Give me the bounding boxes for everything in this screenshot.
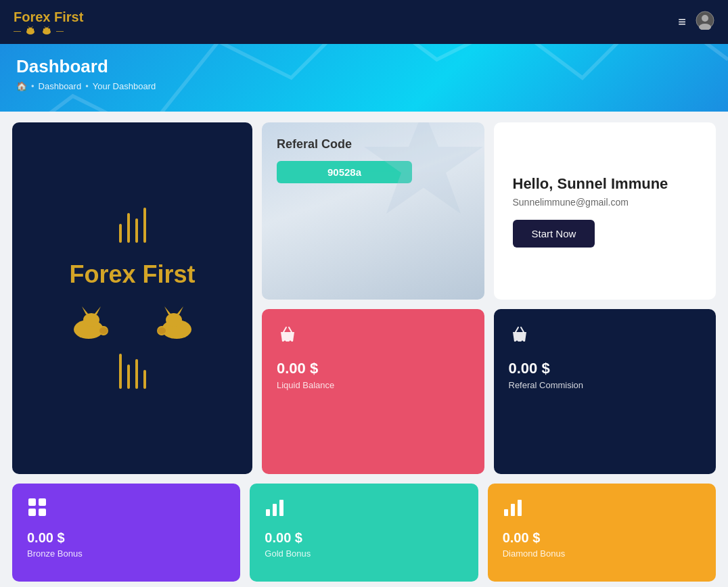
logo-text: Forex First xyxy=(14,9,83,24)
svg-marker-26 xyxy=(177,306,183,314)
svg-rect-7 xyxy=(43,28,45,32)
svg-marker-17 xyxy=(82,306,89,314)
svg-marker-25 xyxy=(164,306,171,314)
basket-icon-red xyxy=(277,324,470,350)
svg-rect-2 xyxy=(32,28,34,32)
hello-email: Sunnelimmune@gmail.com xyxy=(513,197,698,208)
bars-top-decoration xyxy=(119,208,146,243)
banner: Dashboard 🏠 • Dashboard • Your Dashboard xyxy=(0,44,728,112)
bronze-bonus-amount: 0.00 $ xyxy=(27,530,225,546)
bull-left-icon xyxy=(68,301,129,342)
diamond-bonus-label: Diamond Bonus xyxy=(503,548,701,559)
referral-code-box: 90528a xyxy=(277,161,412,183)
cards-grid: Forex First xyxy=(12,122,716,474)
svg-point-3 xyxy=(28,27,32,30)
breadcrumb: 🏠 • Dashboard • Your Dashboard xyxy=(16,81,712,91)
user-avatar-icon xyxy=(696,11,714,30)
liquid-balance-label: Liquid Balance xyxy=(277,380,470,390)
svg-rect-42 xyxy=(504,509,508,516)
svg-marker-5 xyxy=(31,26,33,27)
svg-rect-35 xyxy=(28,498,36,506)
chart-bar-icon-teal xyxy=(265,497,463,522)
svg-point-28 xyxy=(158,327,166,334)
hello-name: Hello, Sunnel Immune xyxy=(513,175,698,193)
svg-rect-40 xyxy=(273,504,277,516)
gold-bonus-label: Gold Bonus xyxy=(265,548,463,559)
svg-rect-29 xyxy=(168,327,173,337)
bull-icon-2 xyxy=(40,26,53,35)
logo-card: Forex First xyxy=(12,122,252,474)
basket-icon-dark xyxy=(509,324,702,350)
bull-icon-1 xyxy=(24,26,37,35)
svg-rect-38 xyxy=(39,509,46,516)
bar-6 xyxy=(127,365,130,389)
bar-8 xyxy=(143,370,146,389)
svg-marker-18 xyxy=(94,306,101,314)
svg-rect-43 xyxy=(511,504,515,516)
referral-commission-label: Referal Commision xyxy=(509,380,702,390)
header-icons: ≡ xyxy=(678,11,714,33)
svg-rect-30 xyxy=(182,327,186,337)
svg-point-16 xyxy=(83,313,99,327)
logo-line1: Forex First xyxy=(69,260,195,289)
svg-point-9 xyxy=(45,27,49,30)
svg-rect-22 xyxy=(93,327,97,337)
gold-bonus-amount: 0.00 $ xyxy=(265,530,463,546)
bar-1 xyxy=(119,224,122,243)
hello-card: Hello, Sunnel Immune Sunnelimmune@gmail.… xyxy=(494,122,716,300)
logo: Forex First — — xyxy=(14,9,83,35)
svg-rect-21 xyxy=(79,327,83,337)
svg-rect-37 xyxy=(28,509,36,516)
svg-point-13 xyxy=(702,15,708,22)
logo-card-title: Forex First xyxy=(69,260,195,289)
svg-rect-44 xyxy=(518,500,522,516)
svg-marker-4 xyxy=(28,26,30,27)
bar-3 xyxy=(135,218,138,243)
stat-cards-row: 0.00 $ Liquid Balance 0.00 $ Referal Com… xyxy=(262,309,716,474)
breadcrumb-home-icon: 🏠 xyxy=(16,81,27,91)
referral-commission-card: 0.00 $ Referal Commision xyxy=(494,309,716,474)
referral-commission-amount: 0.00 $ xyxy=(509,360,702,377)
bulls-row xyxy=(68,301,197,342)
svg-point-32 xyxy=(290,341,292,343)
svg-point-31 xyxy=(284,341,286,343)
bar-4 xyxy=(143,208,146,243)
liquid-balance-card: 0.00 $ Liquid Balance xyxy=(262,309,484,474)
diamond-bonus-amount: 0.00 $ xyxy=(503,530,701,546)
breadcrumb-dashboard: Dashboard xyxy=(39,81,82,91)
referral-label: Referal Code xyxy=(277,137,470,151)
bronze-bonus-card: 0.00 $ Bronze Bonus xyxy=(12,484,240,582)
user-icon[interactable] xyxy=(696,11,714,33)
bar-2 xyxy=(127,213,130,243)
bars-bottom-decoration xyxy=(119,354,146,389)
menu-icon[interactable]: ≡ xyxy=(678,14,686,30)
bronze-bonus-label: Bronze Bonus xyxy=(27,548,225,559)
chart-bar-icon-orange xyxy=(503,497,701,522)
svg-rect-39 xyxy=(266,509,270,516)
svg-rect-1 xyxy=(27,28,28,32)
bar-5 xyxy=(119,354,122,389)
svg-point-33 xyxy=(516,341,518,343)
svg-rect-8 xyxy=(49,28,50,32)
svg-marker-11 xyxy=(47,26,49,27)
gold-bonus-card: 0.00 $ Gold Bonus xyxy=(250,484,478,582)
grid-icon xyxy=(27,497,225,522)
start-now-button[interactable]: Start Now xyxy=(513,220,595,248)
referral-card: Referal Code 90528a xyxy=(262,122,484,300)
page-title: Dashboard xyxy=(16,56,712,77)
header: Forex First — — ≡ xyxy=(0,0,728,44)
bar-7 xyxy=(135,359,138,389)
logo-sub: — — xyxy=(14,26,83,35)
svg-point-24 xyxy=(166,313,182,327)
svg-marker-10 xyxy=(44,26,46,27)
svg-rect-41 xyxy=(279,500,283,516)
svg-point-34 xyxy=(521,341,523,343)
svg-point-20 xyxy=(99,327,108,334)
breadcrumb-your-dashboard: Your Dashboard xyxy=(93,81,156,91)
svg-rect-36 xyxy=(39,498,46,506)
bonus-cards-row: 0.00 $ Bronze Bonus 0.00 $ Gold Bonus xyxy=(12,484,716,582)
main-content: Forex First xyxy=(0,112,728,587)
liquid-balance-amount: 0.00 $ xyxy=(277,360,470,377)
bull-right-icon xyxy=(136,301,197,342)
diamond-bonus-card: 0.00 $ Diamond Bonus xyxy=(488,484,716,582)
